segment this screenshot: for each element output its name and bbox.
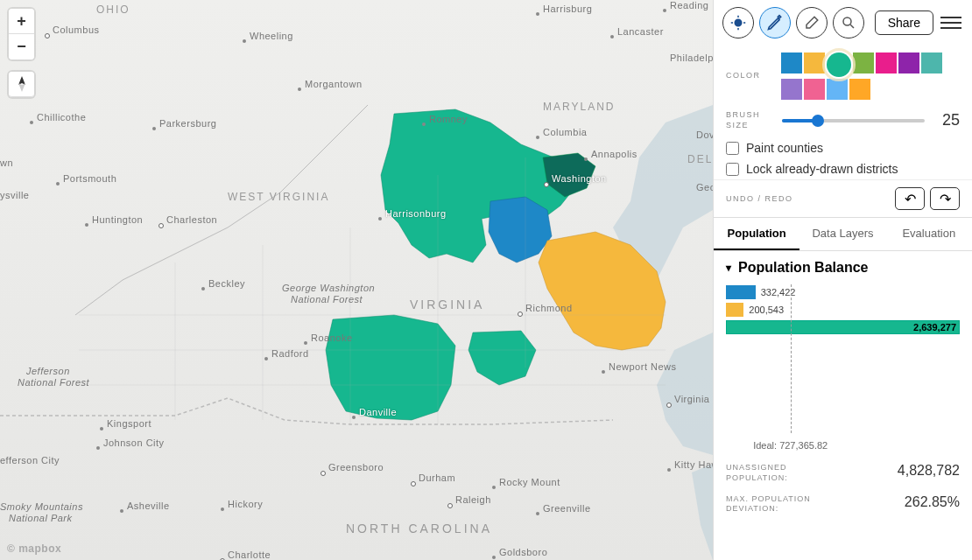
map-city-dot <box>411 481 416 486</box>
map-city-dot <box>667 468 671 472</box>
paint-tool-button[interactable] <box>759 7 791 38</box>
color-label: COLOR <box>726 71 772 81</box>
population-bar-value: 2,639,277 <box>913 322 956 332</box>
color-swatch[interactable] <box>849 79 870 100</box>
color-swatch[interactable] <box>804 79 825 100</box>
population-balance-header[interactable]: Population Balance <box>726 260 960 276</box>
zoom-out-button[interactable]: − <box>9 34 34 60</box>
map-city-dot <box>666 402 672 408</box>
zoom-in-button[interactable]: + <box>9 9 34 34</box>
population-bar-row: 200,543 <box>726 302 960 318</box>
map-city-dot <box>100 427 103 430</box>
map-city-dot <box>492 556 496 559</box>
map-city-dot <box>584 158 588 161</box>
toolbar: Share <box>714 0 972 46</box>
map-city-dot <box>352 416 356 419</box>
population-bar-row: 332,422 <box>726 284 960 300</box>
deviation-value: 262.85% <box>905 494 960 510</box>
sidebar-panel: Share COLOR BRUSH SIZE 25 Paint counties… <box>713 0 972 560</box>
undo-button[interactable]: ↶ <box>895 187 925 210</box>
unassigned-label: UNASSIGNED POPULATION: <box>726 463 849 483</box>
map-city-dot <box>243 39 246 43</box>
color-swatch[interactable] <box>921 52 942 74</box>
map-city-dot <box>264 357 268 360</box>
ideal-label: Ideal: 727,365.82 <box>753 440 828 451</box>
brush-size-value: 25 <box>933 111 960 130</box>
unassigned-value: 4,828,782 <box>898 463 960 479</box>
map-city-dot <box>610 35 614 38</box>
share-button[interactable]: Share <box>875 10 933 35</box>
map-city-dot <box>304 341 307 345</box>
paint-counties-checkbox[interactable] <box>726 142 739 155</box>
population-bar-value: 200,543 <box>749 304 784 315</box>
map-city-dot <box>378 217 382 220</box>
population-bar-chart: 332,422200,5432,639,277Ideal: 727,365.82 <box>726 284 960 451</box>
menu-button[interactable] <box>939 10 963 35</box>
map-city-dot <box>30 121 33 124</box>
undo-redo-row: UNDO / REDO ↶ ↷ <box>714 179 972 217</box>
paint-counties-row[interactable]: Paint counties <box>714 137 972 158</box>
compass-button[interactable] <box>9 72 34 97</box>
color-section: COLOR <box>714 46 972 107</box>
map-city-dot <box>422 122 426 126</box>
pan-tool-button[interactable] <box>722 7 754 38</box>
svg-point-0 <box>843 18 851 25</box>
color-swatch[interactable] <box>827 52 851 77</box>
ideal-line <box>791 284 792 433</box>
compass-control <box>9 72 34 97</box>
color-swatch[interactable] <box>876 52 897 74</box>
color-swatch[interactable] <box>781 79 802 100</box>
lock-districts-row[interactable]: Lock already-drawn districts <box>714 158 972 179</box>
map-city-dot <box>45 33 50 38</box>
redo-button[interactable]: ↷ <box>930 187 960 210</box>
map-view[interactable]: OHIOWEST VIRGINIAMARYLANDVIRGINIANORTH C… <box>0 0 713 560</box>
population-panel: Population Balance 332,422200,5432,639,2… <box>714 251 972 560</box>
map-city-dot <box>320 471 326 476</box>
color-swatch[interactable] <box>781 52 802 74</box>
district-shapes <box>0 0 713 560</box>
map-city-dot <box>221 508 224 511</box>
population-bar-row: 2,639,277 <box>726 319 960 335</box>
map-city-dot <box>56 182 60 186</box>
map-city-dot <box>158 223 164 228</box>
lock-districts-checkbox[interactable] <box>726 163 739 176</box>
population-bar <box>726 303 743 317</box>
color-swatch[interactable] <box>898 52 919 74</box>
map-city-dot <box>602 370 605 374</box>
map-city-dot <box>96 446 100 450</box>
map-city-dot <box>518 312 523 317</box>
tab-bar: Population Data Layers Evaluation <box>714 217 972 251</box>
color-swatch[interactable] <box>804 52 825 74</box>
map-city-dot <box>298 88 301 91</box>
population-bar <box>726 285 756 299</box>
mapbox-attribution: © mapbox <box>7 542 61 555</box>
map-city-dot <box>85 223 88 227</box>
map-city-dot <box>544 182 549 187</box>
erase-tool-button[interactable] <box>796 7 828 38</box>
map-city-dot <box>447 503 453 508</box>
undo-redo-label: UNDO / REDO <box>726 194 793 205</box>
deviation-label: MAX. POPULATION DEVIATION: <box>726 494 849 514</box>
inspect-tool-button[interactable] <box>833 7 864 38</box>
map-city-dot <box>663 9 666 12</box>
map-city-dot <box>492 486 496 489</box>
map-city-dot <box>152 127 156 130</box>
paint-counties-label: Paint counties <box>746 141 823 155</box>
map-city-dot <box>201 287 205 290</box>
color-swatch[interactable] <box>853 52 874 74</box>
color-swatch[interactable] <box>827 79 848 100</box>
map-city-dot <box>120 509 123 513</box>
tab-population[interactable]: Population <box>714 218 799 250</box>
brush-size-row: BRUSH SIZE 25 <box>714 107 972 137</box>
zoom-controls: + − <box>9 9 34 60</box>
tab-data-layers[interactable]: Data Layers <box>799 218 885 250</box>
brush-size-slider[interactable] <box>782 119 925 122</box>
tab-evaluation[interactable]: Evaluation <box>886 218 972 250</box>
map-city-dot <box>536 136 539 139</box>
map-city-dot <box>536 12 539 16</box>
lock-districts-label: Lock already-drawn districts <box>746 162 898 176</box>
brush-size-label: BRUSH SIZE <box>726 110 773 130</box>
map-city-dot <box>536 512 539 515</box>
color-swatches <box>781 52 960 100</box>
